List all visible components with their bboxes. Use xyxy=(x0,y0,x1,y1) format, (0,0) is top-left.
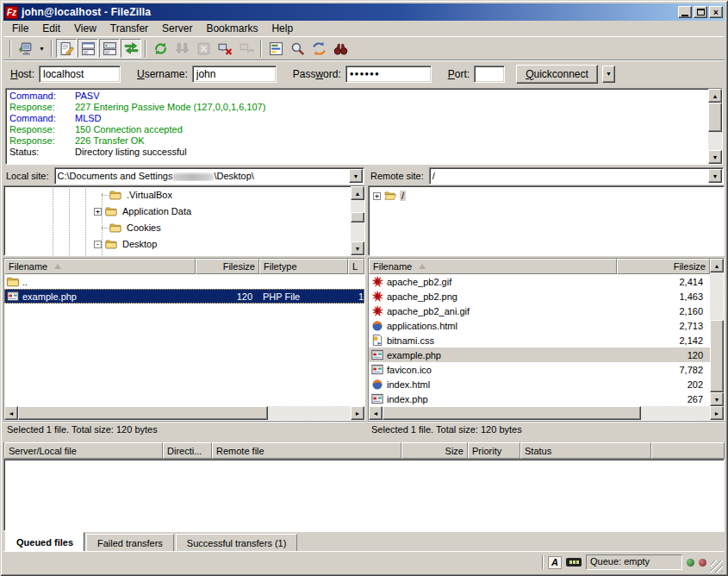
scroll-right-icon[interactable]: ► xyxy=(351,406,364,420)
tab-failed-transfers[interactable]: Failed transfers xyxy=(86,534,174,551)
local-list-hscrollbar[interactable]: ◄ ► xyxy=(4,406,364,420)
expand-plus-icon[interactable]: + xyxy=(373,192,381,200)
toggle-transfer-queue-button[interactable] xyxy=(121,39,141,58)
sync-browsing-icon xyxy=(312,41,327,56)
column-header-status[interactable]: Status xyxy=(520,442,651,459)
scrollbar-thumb[interactable] xyxy=(710,320,724,392)
column-header-last-modified[interactable]: L xyxy=(348,259,364,274)
tree-item-cookies[interactable]: Cookies xyxy=(102,220,163,235)
file-row-parent-dir[interactable]: .. xyxy=(4,274,364,289)
combo-dropdown-button[interactable]: ▼ xyxy=(349,169,363,183)
scrollbar-thumb[interactable] xyxy=(708,103,722,132)
tree-item-virtualbox[interactable]: .VirtualBox xyxy=(102,187,174,203)
tree-item-desktop[interactable]: - Desktop xyxy=(94,236,159,252)
toggle-local-tree-button[interactable] xyxy=(78,39,98,58)
remote-list-scrollbar[interactable]: ▲ ▼ xyxy=(710,259,724,406)
column-header-filetype[interactable]: Filetype xyxy=(259,259,348,274)
column-header-direction[interactable]: Directi... xyxy=(163,442,212,459)
file-row[interactable]: apache_pb2.png 1,463 xyxy=(369,289,710,304)
tree-item-root[interactable]: + / xyxy=(373,188,406,203)
file-row[interactable]: apache_pb2_ani.gif 2,160 xyxy=(369,304,710,318)
column-header-filesize[interactable]: Filesize xyxy=(196,259,259,274)
port-input[interactable] xyxy=(474,66,505,83)
scroll-up-icon[interactable]: ▲ xyxy=(710,259,724,272)
username-input[interactable] xyxy=(192,66,277,83)
scroll-down-icon[interactable]: ▼ xyxy=(710,392,724,406)
tree-item-application-data[interactable]: + Application Data xyxy=(94,203,193,219)
file-row[interactable]: applications.html 2,713 xyxy=(369,318,710,333)
disconnect-button[interactable] xyxy=(215,39,235,58)
find-files-button[interactable] xyxy=(330,39,351,58)
compare-icon xyxy=(290,41,305,56)
reconnect-button[interactable] xyxy=(236,39,257,58)
site-manager-button[interactable] xyxy=(15,39,35,58)
local-tree-scrollbar[interactable]: ▲ ▼ xyxy=(351,186,364,255)
scrollbar-thumb[interactable] xyxy=(18,406,268,420)
scroll-left-icon[interactable]: ◄ xyxy=(4,406,18,420)
column-header-filename[interactable]: Filename xyxy=(369,259,617,274)
toggle-remote-tree-button[interactable] xyxy=(99,39,120,58)
menu-help[interactable]: Help xyxy=(264,21,300,36)
column-header-server-local-file[interactable]: Server/Local file xyxy=(4,442,163,459)
file-row[interactable]: bitnami.css 2,142 xyxy=(369,333,710,347)
remote-list-body: apache_pb2.gif 2,414 apache_pb2.png 1,46… xyxy=(369,274,710,406)
scroll-left-icon[interactable]: ◄ xyxy=(369,406,383,420)
menu-edit[interactable]: Edit xyxy=(35,21,67,36)
remote-list-hscrollbar[interactable]: ◄ ► xyxy=(369,406,724,420)
local-tree-icon xyxy=(81,41,96,56)
column-header-filesize[interactable]: Filesize xyxy=(617,259,710,274)
quickconnect-button[interactable]: Quickconnect xyxy=(516,65,598,84)
speed-limits-icon[interactable] xyxy=(566,558,582,567)
file-row-example-php[interactable]: example.php 120 xyxy=(369,347,710,362)
site-manager-dropdown-button[interactable]: ▼ xyxy=(36,39,47,58)
app-icon: Fz xyxy=(5,6,18,19)
local-site-combo[interactable]: C:\Documents and Settings\Desktop\ ▼ xyxy=(54,167,364,185)
file-row[interactable]: index.html 202 xyxy=(369,377,710,391)
refresh-button[interactable] xyxy=(150,39,171,58)
host-input[interactable] xyxy=(39,66,121,83)
log-scrollbar[interactable]: ▲ ▼ xyxy=(708,89,722,164)
resize-grip[interactable] xyxy=(711,560,723,573)
transfer-queue-icon xyxy=(124,41,139,56)
scroll-down-icon[interactable]: ▼ xyxy=(708,150,722,164)
column-header-priority[interactable]: Priority xyxy=(468,442,520,459)
menu-transfer[interactable]: Transfer xyxy=(103,21,155,36)
menu-view[interactable]: View xyxy=(67,21,103,36)
directory-comparison-button[interactable] xyxy=(287,39,308,58)
column-header-remote-file[interactable]: Remote file xyxy=(212,442,401,459)
message-log-section: Command:PASV Response:227 Entering Passi… xyxy=(3,86,725,166)
file-row[interactable]: index.php 267 xyxy=(369,391,710,406)
collapse-minus-icon[interactable]: - xyxy=(94,241,102,248)
scroll-up-icon[interactable]: ▲ xyxy=(351,186,364,200)
directory-listing-filters-button[interactable] xyxy=(265,39,286,58)
file-row-example-php[interactable]: example.php 120 PHP File 1 xyxy=(4,289,364,304)
password-input[interactable] xyxy=(345,66,432,83)
minimize-button[interactable] xyxy=(678,6,692,18)
scroll-right-icon[interactable]: ► xyxy=(710,406,724,420)
scrollbar-thumb[interactable] xyxy=(383,406,641,420)
column-header-filename[interactable]: Filename xyxy=(4,259,196,274)
menu-bookmarks[interactable]: Bookmarks xyxy=(199,21,264,36)
process-queue-button[interactable] xyxy=(171,39,192,58)
menu-server[interactable]: Server xyxy=(155,21,199,36)
quickconnect-dropdown-button[interactable]: ▼ xyxy=(602,66,615,83)
scroll-up-icon[interactable]: ▲ xyxy=(708,89,722,103)
toggle-message-log-button[interactable] xyxy=(56,39,77,58)
column-header-size[interactable]: Size xyxy=(401,442,468,459)
tab-successful-transfers[interactable]: Successful transfers (1) xyxy=(176,534,298,551)
close-button[interactable]: × xyxy=(709,6,723,18)
expand-plus-icon[interactable]: + xyxy=(94,208,102,216)
tab-queued-files[interactable]: Queued files xyxy=(5,532,84,551)
cancel-operation-button[interactable] xyxy=(193,39,214,58)
remote-site-combo[interactable]: / ▼ xyxy=(429,167,724,185)
menu-file[interactable]: File xyxy=(5,21,35,36)
synchronized-browsing-button[interactable] xyxy=(308,39,329,58)
file-row[interactable]: apache_pb2.gif 2,414 xyxy=(369,274,710,289)
file-row[interactable]: favicon.ico 7,782 xyxy=(369,362,710,377)
combo-dropdown-button[interactable]: ▼ xyxy=(708,169,722,183)
local-status-text: Selected 1 file. Total size: 120 bytes xyxy=(3,421,365,437)
transfer-type-ascii-icon[interactable]: A xyxy=(548,556,562,569)
maximize-button[interactable] xyxy=(694,6,707,18)
scrollbar-thumb[interactable] xyxy=(351,212,364,222)
scroll-down-icon[interactable]: ▼ xyxy=(351,241,364,255)
